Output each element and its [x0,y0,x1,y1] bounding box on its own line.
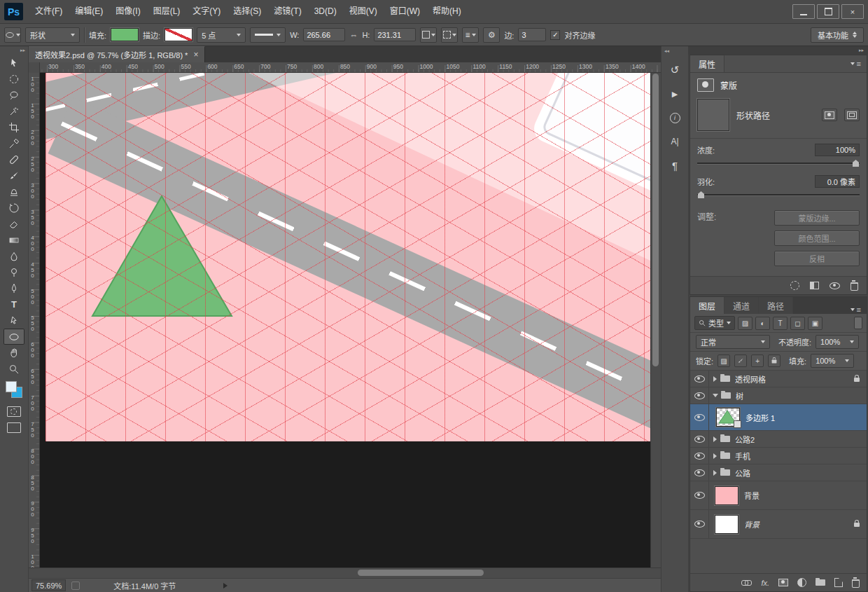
actions-panel-button[interactable]: ▶ [665,85,685,103]
collapse-dock-icon[interactable]: ▸▸ [859,48,864,53]
feather-slider-thumb[interactable] [698,191,704,198]
eyedropper-tool[interactable] [4,135,24,151]
opacity-field[interactable]: 100% [816,335,859,349]
visibility-toggle[interactable] [690,481,709,509]
expand-arrow-icon[interactable] [713,453,717,459]
tool-preset-picker[interactable] [4,27,21,43]
load-selection-icon[interactable] [790,281,799,290]
expand-arrow-icon[interactable] [713,436,717,442]
close-tab-icon[interactable]: × [193,50,198,60]
path-arrange-button[interactable]: ≣ [462,27,479,43]
document-tab[interactable]: 透视效果2.psd @ 75.7% (多边形 1, RGB/8) * × [29,46,205,62]
menu-image[interactable]: 图像(I) [109,0,146,23]
color-swatches[interactable] [6,381,22,398]
menu-help[interactable]: 帮助(H) [426,0,468,23]
expand-arrow-icon[interactable] [713,470,717,476]
hand-tool[interactable] [4,345,24,361]
workspace-switcher[interactable]: 基本功能 [811,27,864,43]
tool-mode-dropdown[interactable]: 形状 [25,27,80,43]
sides-input[interactable] [518,28,546,41]
ruler-origin-box[interactable] [29,62,40,74]
align-edges-checkbox[interactable]: ✓ [550,30,560,40]
shape-tool-active[interactable] [4,329,24,345]
layer-style-icon[interactable]: fx. [761,579,769,587]
horizontal-scrollbar[interactable] [29,567,661,578]
density-slider[interactable] [697,158,860,167]
tab-channels[interactable]: 通道 [724,297,759,314]
layer-row-background[interactable]: 背景 [690,510,867,539]
stroke-width-dropdown[interactable]: 5 点 [197,27,246,43]
feather-value-field[interactable]: 0.0 像素 [815,175,860,188]
visibility-toggle[interactable] [690,387,709,404]
minimize-button[interactable] [792,4,815,19]
menu-select[interactable]: 选择(S) [227,0,267,23]
lock-transparency-button[interactable]: ▨ [718,354,730,367]
tab-paths[interactable]: 路径 [759,297,793,314]
link-wh-icon[interactable]: ⇔ [349,30,358,40]
move-tool[interactable] [4,55,24,71]
mask-visibility-icon[interactable] [830,282,840,289]
shape-height-input[interactable] [374,28,416,41]
brush-tool[interactable] [4,167,24,184]
menu-file[interactable]: 文件(F) [29,0,69,23]
color-range-button[interactable]: 颜色范围... [774,230,860,246]
blur-tool[interactable] [4,248,24,264]
fill-swatch[interactable] [111,28,139,41]
new-layer-icon[interactable] [834,578,843,587]
visibility-toggle[interactable] [690,371,709,387]
panel-menu-icon[interactable]: ≡ [850,305,861,314]
layer-thumbnail[interactable] [715,486,738,505]
path-operations-button[interactable] [420,27,437,43]
quick-mask-button[interactable] [4,404,24,420]
maximize-button[interactable] [817,4,839,19]
gradient-tool[interactable] [4,232,24,248]
foreground-color-swatch[interactable] [6,381,17,392]
quick-selection-tool[interactable] [4,103,24,119]
lasso-tool[interactable] [4,87,24,103]
fill-field[interactable]: 100% [811,354,854,368]
zoom-level-field[interactable]: 75.69% [31,579,66,591]
stroke-swatch[interactable] [164,28,192,41]
horizontal-scroll-thumb[interactable] [358,570,484,576]
layer-row-phone-group[interactable]: 手机 [690,448,867,464]
vertical-scroll-thumb[interactable] [652,74,659,366]
stroke-style-dropdown[interactable] [250,27,286,43]
visibility-toggle[interactable] [690,464,709,481]
history-panel-button[interactable]: ↺ [665,61,685,79]
density-value-field[interactable]: 100% [815,144,860,156]
layer-row-polygon-1[interactable]: 多边形 1 [690,404,867,431]
close-button[interactable]: × [841,4,864,19]
filter-smart-objects-button[interactable]: ▣ [808,317,822,330]
type-tool[interactable]: T [4,296,24,312]
healing-brush-tool[interactable] [4,151,24,167]
menu-type[interactable]: 文字(Y) [186,0,227,23]
zoom-tool[interactable] [4,361,24,377]
menu-view[interactable]: 视图(V) [343,0,384,23]
paragraph-panel-button[interactable]: ¶ [665,156,685,174]
delete-layer-icon[interactable] [852,579,860,588]
expand-arrow-icon[interactable] [713,376,717,382]
menu-layer[interactable]: 图层(L) [147,0,187,23]
character-panel-button[interactable]: A| [665,132,685,151]
filter-switch[interactable] [854,317,862,329]
path-alignment-button[interactable] [441,27,458,43]
layer-row-road-group[interactable]: 公路 [690,464,867,481]
delete-mask-icon[interactable] [850,282,858,291]
filter-shape-layers-button[interactable]: ◻ [790,317,805,330]
filter-pixel-layers-button[interactable]: ▨ [738,317,752,330]
canvas-artboard[interactable] [46,73,650,441]
menu-edit[interactable]: 编辑(E) [69,0,109,23]
marquee-tool[interactable] [4,71,24,87]
lock-all-button[interactable] [768,354,780,367]
tab-layers[interactable]: 图层 [690,297,724,314]
layer-row-tree-group[interactable]: 树 [690,387,867,404]
status-popup-arrow[interactable] [223,583,227,588]
new-group-icon[interactable] [816,579,825,586]
filter-kind-dropdown[interactable]: 类型 [694,316,735,330]
menu-filter[interactable]: 滤镜(T) [267,0,307,23]
crop-tool[interactable] [4,119,24,135]
lock-position-button[interactable]: + [751,354,764,367]
mask-thumbnail[interactable] [697,99,729,131]
collapse-toolbar-icon[interactable]: ▸▸ [20,48,25,53]
mask-edge-button[interactable]: 蒙版边缘... [774,210,860,226]
